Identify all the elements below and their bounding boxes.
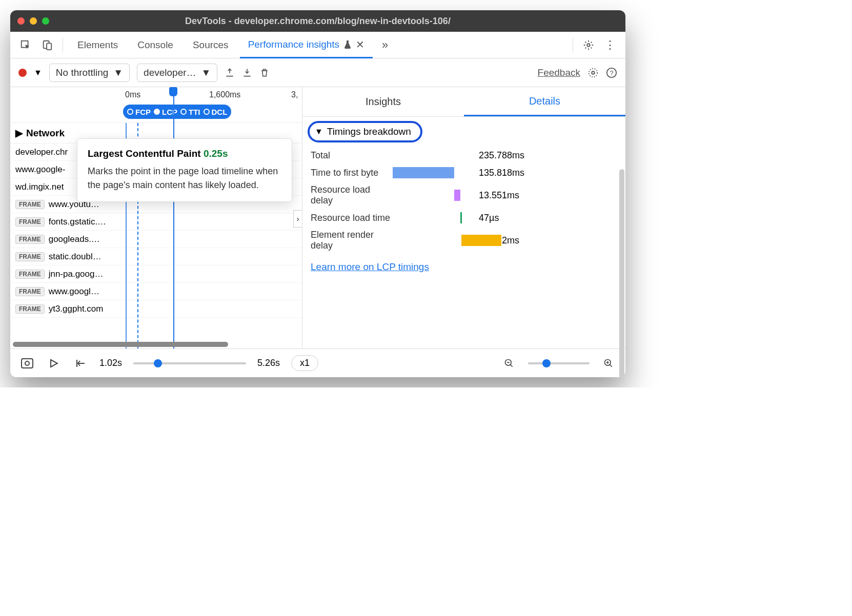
tab-performance-insights[interactable]: Performance insights ✕ [240,32,373,58]
delete-icon[interactable] [259,68,270,78]
tooltip-value: 0.25s [204,148,228,159]
timing-row: Resource load time47µs [302,209,625,227]
tab-insights[interactable]: Insights [302,87,464,116]
playback-footcontroer: 1.02s 5.26s x1 [10,348,625,377]
svg-point-4 [592,71,595,74]
network-host: jnn-pa.goog… [49,269,104,279]
zoom-slider[interactable] [528,362,590,364]
frame-badge: FRAME [15,252,45,261]
svg-point-3 [587,44,590,47]
panel-settings-icon[interactable] [587,67,599,78]
tab-console[interactable]: Console [129,32,181,58]
timing-bar-area [393,212,475,223]
network-row[interactable]: FRAMEfonts.gstatic.… [10,213,302,231]
import-icon[interactable] [242,68,252,78]
devtools-tabbar: Elements Console Sources Performance ins… [10,32,625,58]
frame-badge: FRAME [15,287,45,296]
close-tab-icon[interactable]: ✕ [356,38,364,51]
vertical-scrollbar[interactable] [619,169,624,377]
tab-details[interactable]: Details [464,87,625,116]
play-button[interactable] [46,356,62,371]
minimize-window-button[interactable] [30,17,37,25]
maximize-window-button[interactable] [42,17,49,25]
timing-row: Total235.788ms [302,147,625,164]
frame-badge: FRAME [15,270,45,279]
svg-rect-8 [22,359,33,368]
tooltip-body: Marks the point in the page load timelin… [88,165,281,192]
network-row[interactable]: FRAMEstatic.doubl… [10,248,302,265]
details-panel: Insights Details ▼ Timings breakdown Tot… [302,87,625,348]
network-host: wd.imgix.net [15,182,64,192]
timing-bar-area [393,235,475,246]
flask-icon [343,40,352,49]
svg-point-5 [589,68,598,77]
timing-bar [460,212,462,223]
timing-row: Element render delay86.372ms [302,227,625,254]
zoom-out-button[interactable] [501,356,517,371]
end-time: 5.26s [257,358,280,368]
timing-label: Resource load time [311,213,393,223]
expand-panel-button[interactable]: › [293,210,302,228]
tooltip-title: Largest Contentful Paint [88,148,201,159]
learn-more-link[interactable]: Learn more on LCP timings [302,254,625,280]
timings-breakdown-header[interactable]: ▼ Timings breakdown [308,121,422,142]
timing-bar-area [393,167,475,178]
frame-badge: FRAME [15,235,45,244]
marker-fcp[interactable]: FCP [127,108,151,116]
tab-elements[interactable]: Elements [69,32,126,58]
timing-row: Resource load delay13.551ms [302,181,625,209]
network-host: googleads.… [49,234,100,244]
timing-value: 235.788ms [479,150,524,161]
page-dropdown[interactable]: developer…▼ [137,64,217,82]
rewind-button[interactable] [73,356,88,371]
timeline-ruler[interactable]: 0ms 1,600ms 3, FCP LCP TTI DCL [10,87,302,123]
window-title: DevTools - developer.chrome.com/blog/new… [10,16,625,27]
marker-tti[interactable]: TTI [180,108,200,116]
preview-icon[interactable] [19,356,35,371]
timing-row: Time to first byte135.818ms [302,164,625,181]
frame-badge: FRAME [15,304,45,314]
export-icon[interactable] [225,68,235,78]
network-row[interactable]: FRAMEwww.googl… [10,283,302,300]
expand-icon: ▶ [15,127,23,139]
svg-text:?: ? [610,69,613,76]
timing-bar-area [393,150,475,161]
timing-label: Total [311,150,393,161]
current-time: 1.02s [99,358,122,368]
timing-value: 13.551ms [479,190,519,201]
device-toggle-icon[interactable] [38,36,56,54]
timing-bar-area [393,190,475,201]
throttling-dropdown[interactable]: No throttling▼ [49,64,130,82]
record-dropdown-icon[interactable]: ▼ [34,68,42,77]
timing-label: Element render delay [311,230,393,251]
zoom-in-button[interactable] [601,356,616,371]
inspect-icon[interactable] [16,36,35,54]
timing-label: Resource load delay [311,184,393,206]
tab-sources[interactable]: Sources [185,32,237,58]
timing-bar [393,167,454,178]
help-icon[interactable]: ? [606,67,617,78]
network-row[interactable]: FRAMEgoogleads.… [10,231,302,248]
horizontal-scrollbar[interactable] [13,342,228,347]
record-icon [18,69,27,77]
timing-value: 47µs [479,213,499,223]
network-host: www.google- [15,165,65,175]
marker-dcl[interactable]: DCL [204,108,228,116]
more-tabs-icon[interactable]: » [376,36,394,54]
timing-bar [454,190,460,201]
frame-badge: FRAME [15,200,45,209]
kebab-menu-icon[interactable]: ⋮ [601,36,619,54]
timing-bar [461,235,501,246]
timeline-panel: 0ms 1,600ms 3, FCP LCP TTI DCL ▶ Network… [10,87,302,348]
network-row[interactable]: FRAMEjnn-pa.goog… [10,265,302,283]
seek-slider[interactable] [133,362,246,364]
lcp-tooltip: Largest Contentful Paint 0.25s Marks the… [77,138,292,202]
record-button[interactable] [18,69,27,77]
collapse-icon: ▼ [315,127,323,136]
svg-rect-2 [47,43,51,50]
close-window-button[interactable] [17,17,25,25]
speed-selector[interactable]: x1 [291,355,318,371]
network-row[interactable]: FRAMEyt3.ggpht.com [10,300,302,318]
settings-icon[interactable] [579,36,598,54]
feedback-link[interactable]: Feedback [538,67,580,78]
